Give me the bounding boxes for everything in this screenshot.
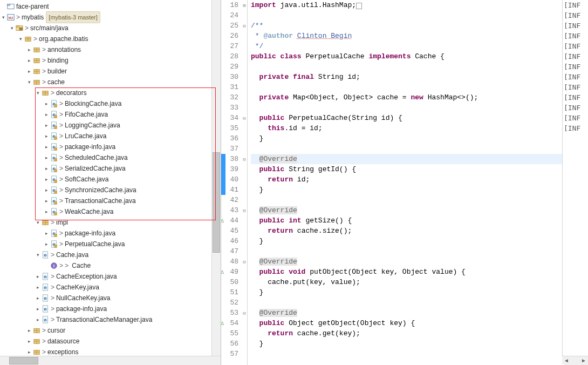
code-line[interactable]: public class PerpetualCache implements C… [251, 51, 562, 62]
code-line[interactable] [251, 82, 562, 92]
code-area[interactable]: import java.util.HashMap; /** * @author … [248, 0, 562, 365]
expand-twistie[interactable]: ▾ [0, 12, 6, 23]
expand-twistie[interactable]: ▾ [35, 249, 41, 260]
code-line[interactable] [251, 62, 562, 72]
code-line[interactable]: @Override [251, 308, 562, 318]
expand-twistie[interactable]: ▸ [26, 325, 32, 336]
code-line[interactable]: cache.put(key, value); [251, 277, 562, 287]
project-mybatis[interactable]: ▾MJ>mybatis[mybatis-3 master] [0, 12, 221, 23]
package-root[interactable]: ▾>org.apache.ibatis [0, 33, 221, 44]
file-LruCache-java[interactable]: ▸J>LruCache.java [0, 131, 221, 141]
expand-twistie[interactable]: ▸ [26, 336, 32, 347]
file-packageinfo-cache[interactable]: ▸J>package-info.java [0, 303, 221, 314]
file-TransactionalCache-java[interactable]: ▸J>TransactionalCache.java [0, 195, 221, 206]
code-line[interactable] [251, 103, 562, 113]
code-line[interactable]: } [251, 339, 562, 349]
expand-twistie[interactable]: ▸ [43, 109, 50, 120]
package-cache[interactable]: ▾>cache [0, 77, 221, 87]
file-ScheduledCache-java[interactable]: ▸J>ScheduledCache.java [0, 152, 221, 163]
file-BlockingCache-java[interactable]: ▸J>BlockingCache.java [0, 98, 221, 109]
code-line[interactable] [251, 349, 562, 359]
file-FifoCache-java[interactable]: ▸J>FifoCache.java [0, 109, 221, 120]
expand-twistie[interactable]: ▸ [43, 185, 50, 195]
expand-twistie[interactable]: ▸ [43, 195, 50, 206]
expand-twistie[interactable]: ▾ [35, 217, 41, 228]
expand-twistie[interactable]: ▸ [35, 293, 41, 303]
package-builder[interactable]: ▸>builder [0, 66, 221, 77]
expand-twistie[interactable]: ▸ [43, 120, 50, 131]
src-folder[interactable]: ▾>src/main/java [0, 23, 221, 33]
expand-twistie[interactable]: ▸ [43, 239, 50, 249]
file-PerpetualCache-java[interactable]: ▸J>PerpetualCache.java [0, 239, 221, 249]
explorer-hscrollbar[interactable] [0, 356, 221, 365]
project-face-parent[interactable]: face-parent [0, 1, 221, 12]
expand-twistie[interactable]: ▸ [26, 44, 32, 55]
package-annotations[interactable]: ▸>annotations [0, 44, 221, 55]
expand-twistie[interactable]: ▾ [17, 33, 24, 44]
file-nullcachekey[interactable]: ▸J>NullCacheKey.java [0, 293, 221, 303]
code-line[interactable]: private Map<Object, Object> cache = new … [251, 92, 562, 103]
code-line[interactable]: @Override [251, 154, 562, 164]
expand-twistie[interactable]: ▸ [43, 206, 50, 217]
code-line[interactable]: return id; [251, 174, 562, 185]
code-line[interactable]: return cache.size(); [251, 226, 562, 236]
code-line[interactable]: public void putObject(Object key, Object… [251, 267, 562, 277]
override-marker-icon[interactable]: △ [221, 318, 224, 328]
expand-twistie[interactable]: ▸ [43, 174, 50, 185]
code-line[interactable]: @Override [251, 205, 562, 215]
expand-twistie[interactable]: ▸ [43, 98, 50, 109]
type-cache[interactable]: I>> Cache [0, 260, 221, 271]
code-line[interactable]: * @author Clinton Begin [251, 31, 562, 41]
expand-twistie[interactable]: ▸ [26, 66, 32, 77]
folded-imports-icon[interactable] [356, 3, 362, 9]
expand-twistie[interactable]: ▸ [35, 271, 41, 282]
code-line[interactable]: public String getId() { [251, 164, 562, 174]
code-line[interactable]: } [251, 133, 562, 144]
code-line[interactable]: */ [251, 41, 562, 51]
code-line[interactable] [251, 298, 562, 308]
file-tcm[interactable]: ▸J>TransactionalCacheManager.java [0, 314, 221, 325]
override-marker-icon[interactable]: △ [221, 267, 224, 277]
code-line[interactable]: } [251, 236, 562, 246]
package-cursor[interactable]: ▸>cursor [0, 325, 221, 336]
code-line[interactable] [251, 195, 562, 205]
code-line[interactable]: import java.util.HashMap; [251, 0, 562, 10]
package-decorators[interactable]: ▾>decorators [0, 87, 221, 98]
expand-twistie[interactable]: ▸ [35, 314, 41, 325]
code-line[interactable] [251, 144, 562, 154]
file-package-info-java[interactable]: ▸J>package-info.java [0, 228, 221, 239]
code-line[interactable]: } [251, 185, 562, 195]
file-SoftCache-java[interactable]: ▸J>SoftCache.java [0, 174, 221, 185]
editor-hscrollbar[interactable]: ◄► [562, 356, 588, 365]
code-line[interactable]: public PerpetualCache(String id) { [251, 113, 562, 123]
code-line[interactable]: public int getSize() { [251, 215, 562, 226]
file-cacheexception[interactable]: ▸J>CacheException.java [0, 271, 221, 282]
expand-twistie[interactable]: ▸ [43, 141, 50, 152]
expand-twistie[interactable]: ▸ [43, 163, 50, 174]
code-line[interactable]: @Override [251, 256, 562, 267]
code-line[interactable]: /** [251, 21, 562, 31]
expand-twistie[interactable]: ▾ [9, 23, 15, 33]
expand-twistie[interactable]: ▸ [43, 131, 50, 141]
code-line[interactable] [251, 10, 562, 21]
file-WeakCache-java[interactable]: ▸J>WeakCache.java [0, 206, 221, 217]
expand-twistie[interactable]: ▾ [35, 87, 41, 98]
code-line[interactable]: public Object getObject(Object key) { [251, 318, 562, 328]
package-binding[interactable]: ▸>binding [0, 55, 221, 66]
code-line[interactable]: this.id = id; [251, 123, 562, 133]
package-impl[interactable]: ▾>impl [0, 217, 221, 228]
file-SynchronizedCache-java[interactable]: ▸J>SynchronizedCache.java [0, 185, 221, 195]
expand-twistie[interactable]: ▸ [35, 303, 41, 314]
override-marker-icon[interactable]: △ [221, 215, 224, 226]
file-cachekey[interactable]: ▸J>CacheKey.java [0, 282, 221, 293]
code-line[interactable]: private final String id; [251, 72, 562, 82]
expand-twistie[interactable]: ▸ [43, 152, 50, 163]
code-line[interactable] [251, 246, 562, 256]
explorer-vscrollbar[interactable] [211, 0, 221, 356]
expand-twistie[interactable]: ▾ [26, 77, 32, 87]
file-cache-java[interactable]: ▾J>Cache.java [0, 249, 221, 260]
file-SerializedCache-java[interactable]: ▸J>SerializedCache.java [0, 163, 221, 174]
file-LoggingCache-java[interactable]: ▸J>LoggingCache.java [0, 120, 221, 131]
expand-twistie[interactable]: ▸ [35, 282, 41, 293]
file-package-info-java[interactable]: ▸J>package-info.java [0, 141, 221, 152]
